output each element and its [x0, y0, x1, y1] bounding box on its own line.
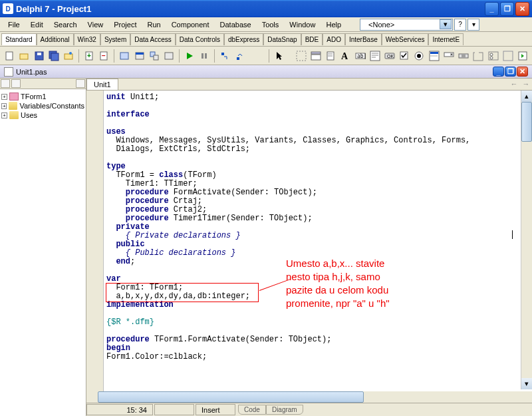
new-button[interactable] — [3, 48, 16, 63]
doc-restore-button[interactable]: ❐ — [505, 67, 516, 77]
editor-tab-unit1[interactable]: Unit1 — [86, 79, 118, 90]
expand-icon[interactable]: + — [1, 103, 7, 109]
trace-into-button[interactable] — [218, 48, 231, 63]
listbox-component-icon[interactable] — [428, 48, 441, 63]
checkbox-component-icon[interactable] — [398, 48, 411, 63]
new-form-button[interactable] — [162, 48, 176, 63]
code-text: (TForm) — [183, 170, 216, 180]
menu-edit[interactable]: Edit — [25, 19, 49, 31]
remove-file-button[interactable]: − — [97, 48, 110, 63]
help-dropdown[interactable]: ▾ — [467, 19, 479, 31]
nav-back-button[interactable]: ← — [508, 79, 520, 89]
tree-item-variables[interactable]: +Variables/Constants — [1, 101, 84, 110]
hscroll-thumb[interactable] — [98, 391, 364, 403]
code-text: procedure — [126, 196, 169, 206]
palette-tab-bde[interactable]: BDE — [301, 33, 323, 45]
code-text: {$R *.dfm} — [106, 317, 154, 327]
explorer-btn-2[interactable] — [11, 79, 21, 88]
menu-window[interactable]: Window — [284, 19, 321, 31]
step-over-button[interactable] — [233, 48, 247, 63]
view-form-button[interactable] — [133, 48, 146, 63]
edit-component-icon[interactable]: ab| — [353, 48, 366, 63]
add-file-button[interactable]: + — [82, 48, 96, 63]
menu-project[interactable]: Project — [108, 19, 142, 31]
pause-button[interactable] — [198, 48, 211, 63]
view-unit-button[interactable] — [118, 48, 131, 63]
actionlist-component-icon[interactable] — [516, 48, 529, 63]
help-button[interactable]: ? — [454, 19, 466, 31]
combobox-component-icon[interactable] — [442, 48, 456, 63]
menu-search[interactable]: Search — [49, 19, 82, 31]
svg-rect-55 — [503, 51, 513, 61]
palette-tab-standard[interactable]: Standard — [1, 33, 37, 45]
tree-item-tform1[interactable]: +TForm1 — [1, 92, 84, 101]
mainmenu-component-icon[interactable] — [309, 48, 323, 63]
panel-component-icon[interactable] — [501, 48, 515, 63]
toggle-button[interactable] — [148, 48, 161, 63]
maximize-button[interactable]: ❐ — [500, 2, 514, 16]
explorer-toolbar — [0, 79, 86, 89]
tab-diagram[interactable]: Diagram — [266, 405, 303, 415]
close-button[interactable]: ✕ — [515, 2, 529, 16]
scroll-thumb[interactable] — [521, 102, 532, 142]
button-component-icon[interactable]: OK — [383, 48, 396, 63]
explorer-btn-1[interactable] — [1, 79, 10, 88]
palette-tab-internet[interactable]: InternetE — [428, 33, 464, 45]
saveall-button[interactable] — [47, 48, 61, 63]
config-combo[interactable]: <None> ▾ — [360, 19, 453, 31]
palette-tab-datasnap[interactable]: DataSnap — [263, 33, 301, 45]
menu-database[interactable]: Database — [215, 19, 257, 31]
palette-tab-ado[interactable]: ADO — [323, 33, 345, 45]
explorer-tree: +TForm1 +Variables/Constants +Uses — [0, 89, 86, 122]
groupbox-component-icon[interactable] — [471, 48, 485, 63]
expand-icon[interactable]: + — [1, 112, 7, 118]
code-text: type — [106, 162, 126, 171]
palette-tab-system[interactable]: System — [100, 33, 130, 45]
code-area[interactable]: unit Unit1; interface uses Windows, Mess… — [86, 91, 532, 391]
frame-component-icon[interactable] — [295, 48, 308, 63]
minimize-button[interactable]: _ — [485, 2, 499, 16]
vertical-scrollbar[interactable]: ▴ ▾ — [521, 91, 532, 389]
svg-rect-12 — [120, 53, 128, 59]
horizontal-scrollbar[interactable] — [86, 391, 532, 403]
doc-close-button[interactable]: ✕ — [517, 67, 528, 77]
menu-tools[interactable]: Tools — [257, 19, 285, 31]
memo-component-icon[interactable] — [368, 48, 382, 63]
palette-tab-webservices[interactable]: WebServices — [382, 33, 429, 45]
save-button[interactable] — [32, 48, 45, 63]
svg-text:ab|: ab| — [357, 53, 366, 59]
menu-view[interactable]: View — [82, 19, 109, 31]
cursor-icon[interactable] — [273, 48, 286, 63]
open-button[interactable] — [17, 48, 31, 63]
tab-code[interactable]: Code — [238, 405, 266, 415]
popupmenu-component-icon[interactable] — [324, 48, 337, 63]
scroll-down-button[interactable]: ▾ — [521, 378, 532, 389]
doc-minimize-button[interactable]: _ — [493, 67, 504, 77]
run-button[interactable] — [183, 48, 196, 63]
scroll-up-button[interactable]: ▴ — [521, 91, 532, 102]
code-text: private — [106, 222, 150, 232]
palette-tab-dataaccess[interactable]: Data Access — [130, 33, 176, 45]
menu-help[interactable]: Help — [321, 19, 346, 31]
scrollbar-component-icon[interactable] — [457, 48, 470, 63]
insert-mode: Insert — [196, 404, 235, 415]
open-project-button[interactable] — [62, 48, 75, 63]
palette-tab-interbase[interactable]: InterBase — [345, 33, 382, 45]
palette-tab-dbexpress[interactable]: dbExpress — [224, 33, 263, 45]
palette-tab-additional[interactable]: Additional — [37, 33, 74, 45]
explorer-close[interactable] — [76, 79, 85, 88]
svg-point-54 — [490, 57, 493, 59]
component-palette: Standard Additional Win32 System Data Ac… — [0, 32, 532, 47]
menu-file[interactable]: File — [3, 19, 25, 31]
nav-fwd-button[interactable]: → — [520, 79, 532, 89]
palette-tab-win32[interactable]: Win32 — [74, 33, 100, 45]
palette-tab-datacontrols[interactable]: Data Controls — [176, 33, 224, 45]
tree-item-uses[interactable]: +Uses — [1, 110, 84, 120]
radiobutton-component-icon[interactable] — [412, 48, 426, 63]
menu-component[interactable]: Component — [166, 19, 215, 31]
label-component-icon[interactable]: A — [338, 48, 352, 63]
radiogroup-component-icon[interactable] — [486, 48, 499, 63]
code-text: TForm1.FormActivate(Sender: TObject); — [150, 335, 332, 344]
menu-run[interactable]: Run — [142, 19, 166, 31]
expand-icon[interactable]: + — [1, 94, 7, 100]
